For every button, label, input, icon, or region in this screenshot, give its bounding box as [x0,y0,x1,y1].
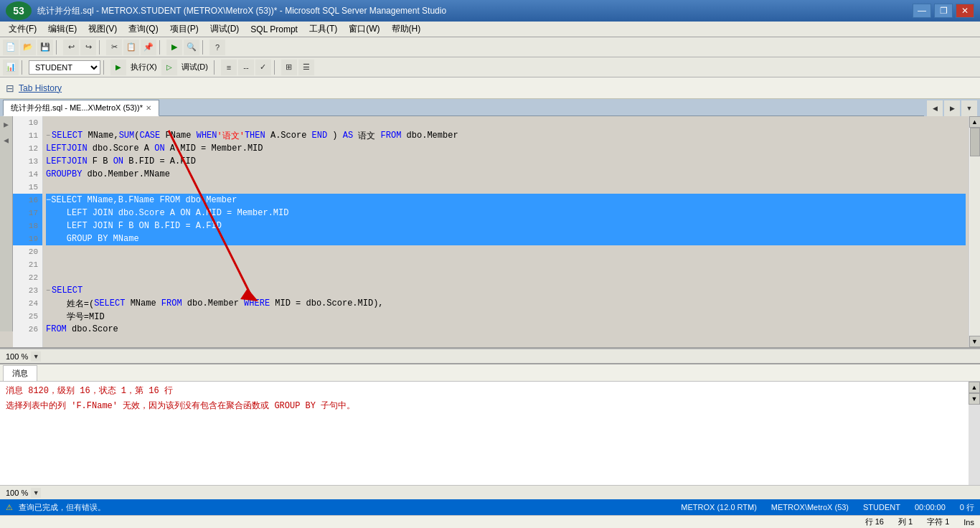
sep-t2-1 [22,60,26,75]
status-server: METROX (12.0 RTM) [681,503,757,512]
results-vscrollbar[interactable]: ▲ ▼ [969,382,980,485]
code-line-11: −SELECT MName,SUM(CASE FName WHEN '语文' T… [46,129,966,142]
status-time: 00:00:00 [915,503,946,512]
execute-label[interactable]: 执行(X) [128,62,160,72]
indent-btn[interactable]: ≡ [221,60,237,75]
results-grid-btn[interactable]: ⊞ [281,60,297,75]
menu-item-sqlprompt[interactable]: SQL Prompt [245,23,303,36]
execute-btn[interactable]: ▶ [110,60,126,75]
menu-item-f[interactable]: 文件(F) [3,22,42,37]
paste-btn[interactable]: 📌 [141,39,156,55]
zoom-level: 100 % [6,352,28,361]
line-num-12: 12 [13,142,42,155]
close-button[interactable]: ✕ [956,4,974,18]
parse-btn[interactable]: ✓ [255,60,271,75]
separator2 [99,40,103,55]
line-num-17: 17 [13,207,42,220]
scroll-up-btn[interactable]: ▲ [969,116,981,128]
code-line-12: LEFT JOIN dbo.Score A ON A.MID = Member.… [46,142,966,155]
results-scroll-up[interactable]: ▲ [969,382,980,393]
code-editor[interactable]: −SELECT MName,SUM(CASE FName WHEN '语文' T… [43,116,969,347]
window-controls: — ❐ ✕ [913,4,974,18]
open-btn[interactable]: 📂 [20,39,36,55]
run-btn[interactable]: ▶ [166,39,182,55]
doc-tab-label: 统计并分组.sql - ME...X\MetroX (53))* [11,103,143,113]
line-num-25: 25 [13,310,42,323]
restore-button[interactable]: ❐ [934,4,953,18]
tab-dropdown-btn[interactable]: ▼ [961,100,977,116]
status-left: ⚠ 查询已完成，但有错误。 [6,502,105,513]
minimize-button[interactable]: — [913,4,931,18]
code-line-16: −SELECT MName,B.FName FROM dbo.Member [46,194,966,207]
title-bar: 53 统计并分组.sql - METROX.STUDENT (METROX\Me… [0,0,980,22]
save-btn[interactable]: 💾 [37,39,53,55]
debug-icon[interactable]: ▷ [161,60,177,75]
results-scroll-down[interactable]: ▼ [969,393,980,405]
zoom-dropdown-btn[interactable]: ▼ [31,352,41,362]
tab-history-label[interactable]: Tab History [19,83,62,93]
help-btn[interactable]: ? [209,39,225,55]
toolbar2: 📊 STUDENT ▶ 执行(X) ▷ 调试(D) ≡ -- ✓ ⊞ ☰ [0,57,980,77]
results-content: 消息 8120，级别 16，状态 1，第 16 行 选择列表中的列 'F.FNa… [0,382,969,485]
menu-item-w[interactable]: 窗口(W) [343,22,385,37]
line-numbers: 1011121314151617181920212223242526 [13,116,43,347]
line-num-19: 19 [13,232,42,245]
scroll-track[interactable] [970,128,980,336]
results-text-btn[interactable]: ☰ [298,60,314,75]
line-num-18: 18 [13,220,42,232]
status-bar: ⚠ 查询已完成，但有错误。 METROX (12.0 RTM) METROX\M… [0,499,980,515]
sep-t2-4 [274,60,278,75]
scroll-thumb[interactable] [970,128,980,156]
scroll-down-btn[interactable]: ▼ [969,336,981,347]
toolbar1: 📄 📂 💾 ↩ ↪ ✂ 📋 📌 ▶ 🔍 ? [0,37,980,57]
editor-vscrollbar[interactable]: ▲ ▼ [969,116,980,347]
line-num-22: 22 [13,271,42,284]
database-dropdown[interactable]: STUDENT [29,60,100,75]
line-num-21: 21 [13,258,42,271]
tab-left-btn[interactable]: ◀ [927,100,943,116]
status-right: METROX (12.0 RTM) METROX\MetroX (53) STU… [681,502,974,513]
cursor-row: 行 16 [865,517,884,527]
code-line-19: GROUP BY MName [46,232,966,245]
error-line-1: 消息 8120，级别 16，状态 1，第 16 行 [6,385,963,397]
zoom-level2: 100 % [6,489,28,497]
zoom-dropdown-btn2[interactable]: ▼ [31,488,41,498]
app-icon: 53 [6,1,32,20]
menu-item-p[interactable]: 项目(P) [164,22,204,37]
menu-item-q[interactable]: 查询(Q) [123,22,164,37]
redo-btn[interactable]: ↪ [80,39,96,55]
panel-icon1[interactable]: ◀ [1,119,11,132]
comment-btn[interactable]: -- [238,60,254,75]
copy-btn[interactable]: 📋 [123,39,139,55]
code-line-10 [46,116,966,129]
tab-right-btn[interactable]: ▶ [944,100,960,116]
code-line-17: LEFT JOIN dbo.Score A ON A.MID = Member.… [46,207,966,220]
cut-btn[interactable]: ✂ [106,39,122,55]
line-num-23: 23 [13,284,42,297]
menu-item-d[interactable]: 调试(D) [204,22,245,37]
new-query-btn[interactable]: 📄 [3,39,19,55]
line-num-24: 24 [13,297,42,310]
menu-item-t[interactable]: 工具(T) [303,22,343,37]
code-line-24: 姓名=(SELECT MName FROM dbo.Member WHERE M… [46,297,966,310]
doc-tab-close[interactable]: ✕ [146,104,151,112]
code-line-15 [46,181,966,194]
search-btn[interactable]: 🔍 [184,39,199,55]
undo-btn[interactable]: ↩ [63,39,79,55]
code-line-26: FROM dbo.Score [46,323,966,336]
panel-icon2[interactable]: ▶ [1,135,11,148]
menu-item-h[interactable]: 帮助(H) [386,22,427,37]
debug-label[interactable]: 调试(D) [179,62,211,72]
separator3 [159,40,164,55]
active-doc-tab[interactable]: 统计并分组.sql - ME...X\MetroX (53))* ✕ [3,100,159,116]
messages-tab[interactable]: 消息 [3,365,37,381]
sep-t2-2 [103,60,108,75]
status-connection: METROX\MetroX (53) [771,503,849,512]
separator1 [56,40,60,55]
line-num-26: 26 [13,323,42,336]
results-tabs-bar: 消息 [0,364,980,382]
menu-item-v[interactable]: 视图(V) [83,22,123,37]
menu-bar: 文件(F)编辑(E)视图(V)查询(Q)项目(P)调试(D)SQL Prompt… [0,22,980,37]
menu-item-e[interactable]: 编辑(E) [42,22,83,37]
results-zoom-bar: 100 % ▼ [0,485,980,499]
